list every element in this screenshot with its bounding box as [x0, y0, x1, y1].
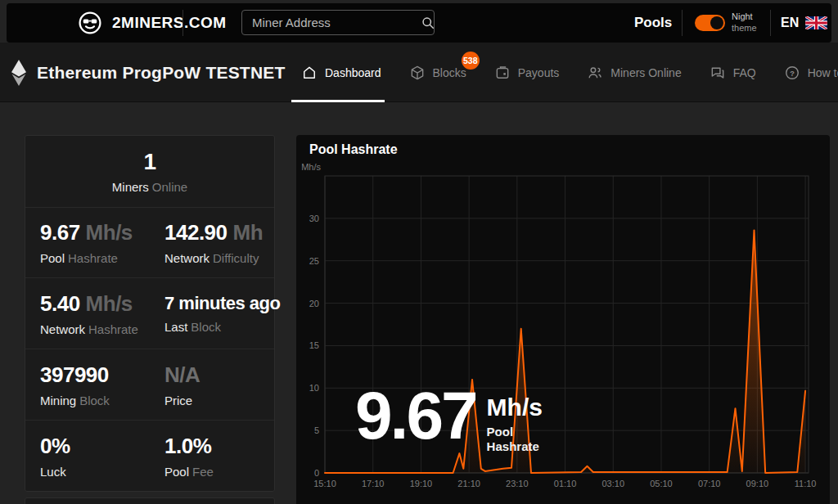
wallet-icon — [494, 65, 511, 81]
uk-flag-icon — [805, 16, 827, 29]
stat-last-block: 7 minutes ago LastBlock — [150, 278, 274, 349]
miners-online-value: 1 — [143, 149, 155, 175]
svg-text:03:10: 03:10 — [601, 479, 624, 488]
ethereum-icon — [10, 59, 28, 87]
logo[interactable]: 2MINERS.COM — [77, 3, 227, 43]
stat-luck: 0% Luck — [25, 421, 150, 491]
pool-title: Ethereum ProgPoW TESTNET — [37, 63, 286, 83]
svg-text:25: 25 — [309, 256, 319, 266]
home-icon — [301, 65, 318, 81]
svg-text:23:10: 23:10 — [506, 479, 529, 488]
tab-payouts[interactable]: Payouts — [494, 43, 560, 102]
pools-link[interactable]: Pools — [634, 3, 672, 43]
pool-stats-card: 1 MinersOnline 9.67Mh/s PoolHashrate 142… — [25, 135, 275, 492]
next-card-partial — [25, 497, 275, 504]
svg-text:07:10: 07:10 — [698, 479, 721, 488]
stat-price: N/A Price — [150, 349, 274, 420]
chat-icon — [710, 65, 726, 81]
svg-text:?: ? — [790, 69, 795, 77]
svg-text:10: 10 — [309, 383, 319, 393]
svg-text:01:10: 01:10 — [554, 479, 577, 488]
night-theme-control: Night theme — [695, 3, 757, 43]
svg-text:17:10: 17:10 — [362, 479, 385, 488]
svg-text:19:10: 19:10 — [410, 479, 433, 488]
pool-hashrate-card: Pool Hashrate 05101520253015:1017:1019:1… — [296, 135, 830, 504]
stat-miners-online: 1 MinersOnline — [25, 136, 274, 207]
blocks-count-badge: 538 — [462, 52, 480, 70]
tab-dashboard[interactable]: Dashboard — [301, 43, 381, 102]
svg-text:05:10: 05:10 — [650, 479, 673, 488]
stat-mining-block: 397990 MiningBlock — [25, 349, 150, 420]
svg-text:5: 5 — [314, 425, 319, 435]
separator — [770, 10, 771, 36]
language-code: EN — [781, 16, 799, 30]
svg-text:15:10: 15:10 — [313, 479, 336, 488]
svg-text:11:10: 11:10 — [795, 479, 817, 488]
pool-nav-bar: Ethereum ProgPoW TESTNET Dashboard Block… — [0, 43, 838, 102]
language-selector[interactable]: EN — [781, 3, 827, 43]
search-icon[interactable] — [420, 15, 436, 31]
stat-pool-fee: 1.0% PoolFee — [150, 421, 274, 491]
page: 2MINERS.COM Pools Night theme EN — [0, 0, 838, 504]
separator — [682, 10, 683, 36]
night-theme-label: Night theme — [732, 11, 757, 34]
svg-text:09:10: 09:10 — [746, 479, 769, 488]
toggle-knob — [710, 16, 723, 29]
svg-text:21:10: 21:10 — [457, 479, 480, 488]
tab-miners-online[interactable]: Miners Online — [587, 43, 681, 102]
miners-online-label: MinersOnline — [112, 180, 187, 194]
svg-text:0: 0 — [314, 468, 319, 478]
svg-text:Mh/s: Mh/s — [301, 162, 321, 172]
2miners-smiley-icon — [77, 10, 103, 36]
stat-pool-hashrate: 9.67Mh/s PoolHashrate — [25, 208, 150, 277]
pool-hashrate-chart[interactable]: 05101520253015:1017:1019:1021:1023:1001:… — [296, 135, 830, 504]
stat-network-difficulty: 142.90Mh NetworkDifficulty — [150, 208, 274, 277]
tab-faq[interactable]: FAQ — [710, 43, 756, 102]
night-theme-toggle[interactable] — [695, 15, 725, 31]
cube-icon — [409, 65, 426, 81]
svg-text:15: 15 — [309, 340, 319, 350]
nav-tabs: Dashboard Blocks 538 Payouts — [301, 43, 838, 102]
coin-header: Ethereum ProgPoW TESTNET — [10, 43, 286, 102]
svg-text:20: 20 — [309, 299, 319, 308]
miner-address-search — [241, 10, 435, 35]
people-icon — [587, 65, 603, 81]
stat-network-hashrate: 5.40Mh/s NetworkHashrate — [25, 278, 150, 349]
top-bar: 2MINERS.COM Pools Night theme EN — [7, 3, 831, 43]
question-icon: ? — [784, 65, 800, 81]
miner-address-input[interactable] — [242, 16, 420, 29]
svg-text:30: 30 — [309, 214, 319, 223]
logo-text: 2MINERS.COM — [112, 14, 227, 32]
tab-how-to-start[interactable]: ? How to Start — [784, 43, 838, 102]
separator — [182, 10, 183, 36]
tab-blocks[interactable]: Blocks 538 — [409, 43, 466, 102]
